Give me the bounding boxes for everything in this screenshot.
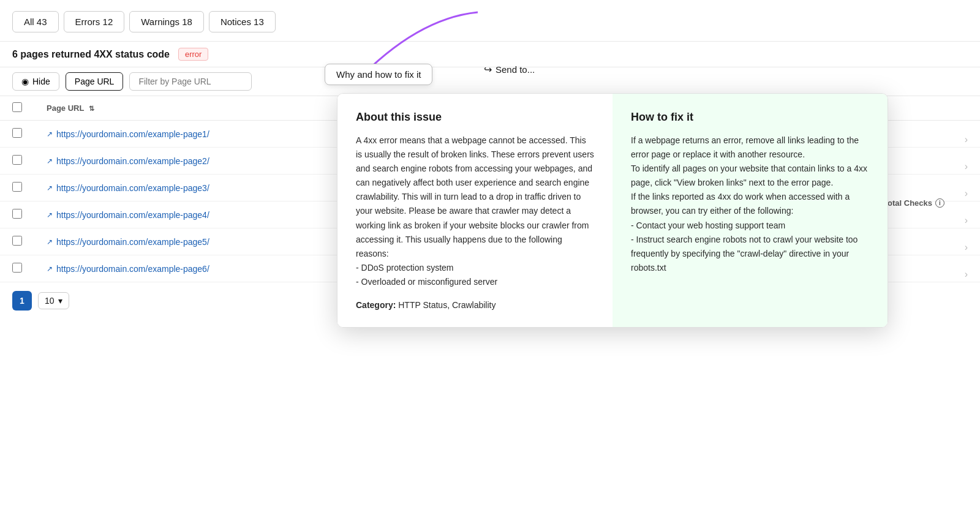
chevron-right-icon: › — [965, 269, 968, 280]
sort-icon: ⇅ — [89, 105, 94, 112]
eye-icon: ◉ — [21, 77, 29, 86]
share-icon: ↪ — [484, 64, 492, 75]
chevron-right-icon: › — [965, 242, 968, 253]
filter-input[interactable] — [129, 72, 252, 91]
row-checkbox-cell — [0, 201, 34, 228]
popup-left-body: A 4xx error means that a webpage cannot … — [356, 134, 594, 289]
filter-bar: All 43 Errors 12 Warnings 18 Notices 13 — [0, 0, 980, 41]
row-checkbox-cell — [0, 228, 34, 255]
external-link-icon: ↗ — [47, 211, 53, 219]
popup-right-title: How to fix it — [631, 111, 869, 124]
row-checkbox-0[interactable] — [12, 128, 22, 138]
popup-right-panel: How to fix it If a webpage returns an er… — [612, 94, 888, 319]
row-url: https://yourdomain.com/example-page1/ — [56, 129, 209, 139]
page-url-toggle[interactable]: Page URL — [66, 72, 124, 91]
popup-category-value: HTTP Status, Crawlability — [398, 300, 496, 310]
chevron-right-icon: › — [965, 161, 968, 172]
external-link-icon: ↗ — [47, 157, 53, 165]
external-link-icon: ↗ — [47, 130, 53, 138]
row-checkbox-5[interactable] — [12, 263, 22, 273]
send-to-area[interactable]: ↪ Send to... — [484, 64, 535, 75]
chevron-right-icon: › — [965, 134, 968, 145]
popup-right-body: If a webpage returns an error, remove al… — [631, 134, 869, 275]
fix-tooltip[interactable]: Why and how to fix it — [325, 64, 432, 85]
th-checkbox — [0, 96, 34, 121]
tab-warnings[interactable]: Warnings 18 — [129, 11, 204, 32]
tab-errors[interactable]: Errors 12 — [64, 11, 125, 32]
issue-header: 6 pages returned 4XX status code error — [0, 41, 980, 67]
row-checkbox-4[interactable] — [12, 236, 22, 246]
chevron-right-icon: › — [965, 188, 968, 199]
per-page-select[interactable]: 10 ▾ — [38, 292, 69, 309]
chevron-right-icon: › — [965, 215, 968, 226]
per-page-value: 10 — [45, 296, 55, 306]
row-checkbox-3[interactable] — [12, 209, 22, 219]
row-checkbox-cell — [0, 175, 34, 201]
popup-category-label: Category: — [356, 300, 396, 310]
row-checkbox-cell — [0, 148, 34, 175]
popup-category: Category: HTTP Status, Crawlability — [356, 300, 594, 310]
hide-button[interactable]: ◉ Hide — [12, 72, 59, 91]
row-url: https://yourdomain.com/example-page6/ — [56, 264, 209, 274]
page-1-button[interactable]: 1 — [12, 291, 32, 311]
fix-tooltip-label: Why and how to fix it — [336, 69, 421, 80]
row-checkbox-2[interactable] — [12, 182, 22, 192]
external-link-icon: ↗ — [47, 238, 53, 246]
hide-label: Hide — [32, 77, 50, 86]
select-all-checkbox[interactable] — [12, 102, 22, 112]
popup-left-panel: About this issue A 4xx error means that … — [337, 94, 612, 319]
row-checkbox-cell — [0, 121, 34, 148]
info-popup: About this issue A 4xx error means that … — [337, 93, 888, 319]
issue-title: 6 pages returned 4XX status code — [12, 49, 170, 60]
popup-left-title: About this issue — [356, 111, 594, 124]
tab-notices[interactable]: Notices 13 — [209, 11, 276, 32]
send-to-label: Send to... — [496, 64, 535, 75]
row-url: https://yourdomain.com/example-page5/ — [56, 237, 209, 247]
row-url: https://yourdomain.com/example-page2/ — [56, 156, 209, 166]
error-badge: error — [178, 48, 208, 61]
row-url: https://yourdomain.com/example-page4/ — [56, 210, 209, 220]
chevron-down-icon: ▾ — [58, 296, 62, 306]
row-url: https://yourdomain.com/example-page3/ — [56, 183, 209, 193]
tab-all[interactable]: All 43 — [12, 11, 59, 32]
row-checkbox-cell — [0, 255, 34, 282]
external-link-icon: ↗ — [47, 184, 53, 192]
external-link-icon: ↗ — [47, 265, 53, 273]
row-checkbox-1[interactable] — [12, 155, 22, 165]
